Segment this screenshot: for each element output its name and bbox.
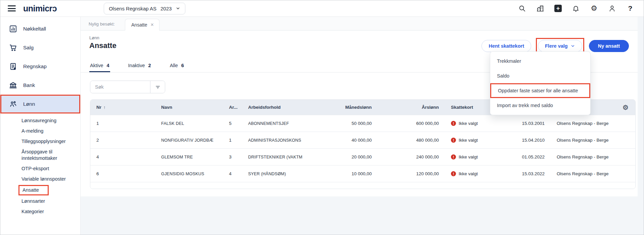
companies-icon[interactable] — [536, 4, 544, 12]
warning-icon: ! — [451, 171, 456, 176]
cell-skattekort: !Ikke valgt — [445, 154, 505, 160]
sidebar-item-regnskap[interactable]: Regnskap — [0, 57, 80, 76]
menu-item-trekkmaler[interactable]: Trekkmaler — [490, 54, 590, 68]
table-settings-icon[interactable]: ⚙ — [618, 103, 635, 111]
menu-item-oppdater-faste-satser[interactable]: Oppdater faste satser for alle ansatte — [490, 83, 590, 98]
submenu-item-a-melding[interactable]: A-melding — [0, 126, 80, 136]
column-header-arbeidsforhold[interactable]: Arbeidsforhold — [242, 105, 323, 110]
bar-chart-icon — [9, 25, 17, 33]
column-header-nr[interactable]: Nr↑ — [90, 105, 155, 110]
company-year: 2023 — [160, 6, 172, 11]
cell-skattekort: !Ikke valgt — [445, 138, 505, 143]
hent-skattekort-button[interactable]: Hent skattekort — [481, 40, 531, 52]
submenu-item-ansatte[interactable]: Ansatte — [0, 184, 80, 196]
tab-count: 4 — [107, 63, 109, 68]
submenu-item-lonnsarter[interactable]: Lønnsarter — [0, 196, 80, 206]
menu-icon[interactable] — [8, 5, 16, 11]
menu-item-saldo[interactable]: Saldo — [490, 68, 590, 83]
cell-skattekort: !Ikke valgt — [445, 171, 505, 177]
warning-icon: ! — [451, 154, 456, 159]
cell-selskap: Olsens Regnskap - Berge — [551, 171, 618, 176]
menu-item-import-av-trekk[interactable]: Import av trekk med saldo — [490, 98, 590, 113]
chevron-down-icon — [570, 44, 575, 48]
sort-asc-icon: ↑ — [103, 105, 106, 110]
cell-arbeidsforhold: DRIFTSTEKNIKER (VAKTM — [242, 155, 323, 159]
chevron-down-icon — [176, 6, 180, 11]
submenu-item-arsoppgave[interactable]: Årsoppgave til inntektsmottaker — [0, 147, 74, 163]
cell-selskap: Olsens Regnskap - Berge — [551, 121, 618, 126]
column-header-navn[interactable]: Navn — [155, 105, 223, 110]
tab-aktive[interactable]: Aktive4 — [89, 59, 110, 72]
filter-icon — [155, 84, 161, 90]
flere-valg-dropdown: Trekkmaler Saldo Oppdater faste satser f… — [490, 51, 591, 115]
cart-icon — [9, 44, 17, 52]
cell-selskap: Olsens Regnskap - Berge — [551, 154, 618, 159]
bank-icon — [9, 81, 17, 89]
cell-dato: 01.05.2022 — [505, 154, 551, 159]
submenu-item-variable-lonnsposter[interactable]: Variable lønnsposter — [0, 174, 80, 184]
ny-ansatt-button[interactable]: Ny ansatt — [589, 40, 629, 52]
company-selector[interactable]: Olsens Regnskap AS 2023 — [104, 3, 185, 14]
cell-nr: 4 — [90, 154, 155, 159]
cell-ar: 4 — [223, 171, 242, 176]
cell-arslonn: 480 000,00 — [378, 138, 445, 143]
close-icon[interactable]: × — [151, 22, 154, 28]
recently-visited-label: Nylig besøkt: — [89, 21, 115, 30]
column-header-arslonn[interactable]: Årslønn — [378, 105, 445, 110]
cell-nr: 1 — [90, 121, 155, 126]
cell-arslonn: 240 000,00 — [378, 154, 445, 159]
tab-alle[interactable]: Alle6 — [169, 59, 185, 72]
table-row[interactable]: 6 GJENSIDIG MOSKUS 4 SYER (HÅNDSØM) 10 0… — [90, 165, 635, 182]
cell-manedslonn: 40 000,00 — [323, 138, 378, 143]
submenu-item-kategorier[interactable]: Kategorier — [0, 206, 80, 217]
add-icon[interactable]: + — [554, 5, 562, 12]
cell-dato: 15.03.2022 — [505, 171, 551, 176]
column-header-manedslonn[interactable]: Månedslønn — [323, 105, 378, 110]
search-input[interactable] — [90, 81, 150, 93]
help-icon[interactable]: ? — [626, 4, 634, 12]
search-icon[interactable] — [518, 4, 526, 12]
cell-navn: GLEMSOM TRE — [155, 155, 223, 159]
cell-arbeidsforhold: ABONNEMENTSJEF — [242, 121, 323, 126]
submenu-item-otp-eksport[interactable]: OTP-eksport — [0, 163, 80, 174]
sidebar-item-salg[interactable]: Salg — [0, 38, 80, 57]
settings-icon[interactable]: ⚙ — [590, 4, 598, 12]
table-row[interactable]: 1 FALSK DEL 5 ABONNEMENTSJEF 50 000,00 6… — [90, 115, 635, 132]
recent-tab-ansatte[interactable]: Ansatte × — [125, 19, 159, 31]
cell-arbeidsforhold: SYER (HÅNDSØM) — [242, 172, 323, 176]
breadcrumb: Lønn — [89, 35, 117, 40]
sidebar-item-bank[interactable]: Bank — [0, 76, 80, 95]
sidebar-item-label: Nøkkeltall — [23, 26, 46, 32]
cell-navn: GJENSIDIG MOSKUS — [155, 172, 223, 176]
cell-manedslonn: 20 000,00 — [323, 154, 378, 159]
submenu-item-lonnsavregning[interactable]: Lønnsavregning — [0, 115, 80, 126]
flere-valg-button[interactable]: Flere valg — [538, 40, 582, 52]
table-row[interactable]: 4 GLEMSOM TRE 3 DRIFTSTEKNIKER (VAKTM 20… — [90, 148, 635, 165]
logo: unimicrɔ — [23, 4, 57, 13]
clock-icon — [9, 234, 17, 235]
cell-dato: 15.04.2010 — [505, 138, 551, 143]
cell-arslonn: 600 000,00 — [378, 121, 445, 126]
table-row[interactable]: 2 NONFIGURATIV JORDBÆ 1 ADMINISTRASJONSK… — [90, 132, 635, 148]
cell-selskap: Olsens Regnskap - Berge — [551, 138, 618, 143]
sidebar-item-timer[interactable]: Timer — [0, 229, 80, 235]
notifications-icon[interactable] — [572, 4, 580, 12]
cell-nr: 2 — [90, 138, 155, 143]
cell-navn: NONFIGURATIV JORDBÆ — [155, 138, 223, 143]
tab-inaktive[interactable]: Inaktive2 — [128, 59, 152, 72]
annotation-box: Ansatte — [18, 185, 49, 195]
topbar: unimicrɔ Olsens Regnskap AS 2023 + ⚙ ? — [0, 0, 644, 17]
tab-count: 2 — [148, 63, 151, 68]
sidebar-item-label: Regnskap — [23, 63, 47, 69]
cell-arslonn: 120 000,00 — [378, 171, 445, 176]
column-header-ar[interactable]: Ar... — [223, 105, 242, 110]
sidebar-item-label: Bank — [23, 82, 35, 88]
cell-ar: 3 — [223, 154, 242, 159]
filter-button[interactable] — [150, 81, 165, 93]
cell-skattekort: !Ikke valgt — [445, 121, 505, 126]
sidebar-item-lonn[interactable]: Lønn — [0, 95, 80, 113]
submenu-item-tilleggsopplysninger[interactable]: Tilleggsopplysninger — [0, 136, 80, 147]
recently-visited-bar: Nylig besøkt: Ansatte × — [81, 17, 638, 31]
user-icon[interactable] — [608, 4, 616, 12]
sidebar-item-nokkeltall[interactable]: Nøkkeltall — [0, 19, 80, 38]
